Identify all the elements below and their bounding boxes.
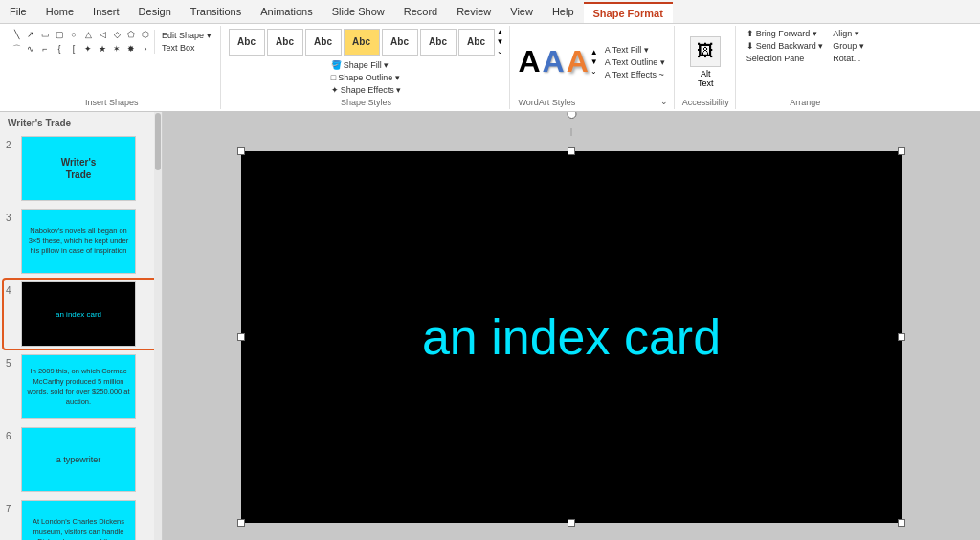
shape-outline-btn[interactable]: □ Shape Outline ▾ (328, 72, 404, 83)
slide-panel-title: Writer's Trade (4, 116, 158, 130)
rotate-handle[interactable] (567, 112, 576, 119)
accessibility-label: Accessibility (682, 96, 729, 107)
tab-view[interactable]: View (501, 2, 543, 23)
freeform-icon[interactable]: ⌒ (10, 42, 23, 56)
round-rect-icon[interactable]: ▢ (53, 28, 66, 41)
handle-top-left[interactable] (237, 147, 245, 155)
tab-record[interactable]: Record (394, 2, 447, 23)
lshape-icon[interactable]: ⌐ (38, 42, 52, 56)
handle-top-mid[interactable] (568, 147, 575, 155)
shape-style-1[interactable]: Abc (229, 29, 265, 56)
tab-help[interactable]: Help (543, 2, 584, 23)
handle-bottom-left[interactable] (237, 519, 245, 527)
handle-mid-right[interactable] (898, 333, 905, 341)
shape-style-4[interactable]: Abc (344, 29, 380, 56)
rotate-btn[interactable]: Rotat... (830, 53, 867, 64)
text-fill-btn[interactable]: A Text Fill ▾ (602, 44, 668, 56)
slide-number-6: 6 (6, 427, 17, 441)
styles-scroll-up[interactable]: ▲ (497, 28, 504, 36)
wordart-a-black[interactable]: A (518, 44, 540, 79)
slide-item-6[interactable]: 6 a typewriter (4, 425, 158, 494)
line-icon[interactable]: ╲ (10, 28, 23, 41)
bracket-icon[interactable]: [ (67, 42, 80, 56)
wordart-scroll-down[interactable]: ▼ (590, 57, 598, 66)
tab-animations[interactable]: Animations (251, 2, 322, 23)
styles-more[interactable]: ⌄ (497, 47, 504, 56)
slide-thumb-4[interactable]: an index card (21, 281, 136, 347)
slide-panel-scrollbar-thumb[interactable] (155, 113, 161, 170)
group-btn[interactable]: Group ▾ (830, 40, 867, 52)
star6-icon[interactable]: ✶ (110, 42, 123, 56)
diamond-icon[interactable]: ◇ (110, 28, 123, 41)
tab-transitions[interactable]: Transitions (181, 2, 251, 23)
slide-canvas[interactable]: an index card (241, 151, 902, 523)
text-effects-icon: A (605, 70, 611, 79)
text-outline-btn[interactable]: A Text Outline ▾ (602, 56, 668, 68)
tab-design[interactable]: Design (129, 2, 181, 23)
slide-item-3[interactable]: 3 Nabokov's novels all began on 3×5 thes… (4, 207, 158, 276)
slide-item-5[interactable]: 5 In 2009 this, on which Cormac McCarthy… (4, 352, 158, 421)
wordart-expand-icon[interactable]: ⌄ (660, 97, 668, 106)
tab-file[interactable]: File (0, 2, 36, 23)
hexagon-icon[interactable]: ⬡ (139, 28, 152, 41)
slide-panel-scrollbar[interactable] (154, 112, 162, 540)
rtriangle-icon[interactable]: ◁ (96, 28, 109, 41)
handle-bottom-right[interactable] (898, 519, 905, 527)
shape-style-5[interactable]: Abc (382, 29, 418, 56)
pentagon-icon[interactable]: ⬠ (124, 28, 138, 41)
oval-icon[interactable]: ○ (67, 28, 80, 41)
tab-slideshow[interactable]: Slide Show (323, 2, 394, 23)
slide-thumb-7[interactable]: At London's Charles Dickens museum, visi… (21, 500, 136, 540)
wordart-a-blue[interactable]: A (543, 44, 565, 79)
star4-icon[interactable]: ✦ (81, 42, 95, 56)
tab-review[interactable]: Review (447, 2, 501, 23)
bring-forward-btn[interactable]: ⬆ Bring Forward ▾ (744, 28, 827, 39)
text-effects-btn[interactable]: A Text Effects ~ (602, 69, 668, 80)
triangle-icon[interactable]: △ (81, 28, 95, 41)
align-btn[interactable]: Align ▾ (830, 28, 867, 39)
accessibility-group: 🖼 Alt Text Accessibility (677, 26, 736, 109)
shape-style-7[interactable]: Abc (458, 29, 495, 56)
rotate-handle-area (571, 128, 572, 136)
slide-number-2: 2 (6, 136, 17, 150)
slide-thumb-3[interactable]: Nabokov's novels all began on 3×5 these,… (21, 209, 136, 274)
arrange-group: ⬆ Bring Forward ▾ ⬇ Send Backward ▾ Sele… (738, 26, 873, 109)
text-box-btn[interactable]: Text Box (159, 42, 214, 54)
wordart-a-orange[interactable]: A (567, 44, 589, 79)
slide-thumb-6[interactable]: a typewriter (21, 427, 136, 492)
styles-scroll-down[interactable]: ▼ (497, 37, 504, 46)
arrow-icon[interactable]: ↗ (24, 28, 37, 41)
shape-style-2[interactable]: Abc (267, 29, 303, 56)
shape-style-3[interactable]: Abc (305, 29, 342, 56)
alt-text-label[interactable]: Alt Text (698, 69, 714, 88)
rect-icon[interactable]: ▭ (38, 28, 52, 41)
text-fill-icon: A (605, 45, 611, 55)
tab-insert[interactable]: Insert (83, 2, 129, 23)
starburst-icon[interactable]: ✸ (124, 42, 138, 56)
handle-top-right[interactable] (898, 147, 905, 155)
handle-bottom-mid[interactable] (568, 519, 575, 527)
slide-thumb-2[interactable]: Writer'sTrade (21, 136, 136, 201)
send-backward-btn[interactable]: ⬇ Send Backward ▾ (744, 40, 827, 52)
alt-text-icon[interactable]: 🖼 (690, 36, 721, 67)
edit-shape-btn[interactable]: Edit Shape ▾ (159, 30, 214, 41)
handle-mid-left[interactable] (237, 333, 245, 341)
text-outline-icon: A (605, 57, 611, 67)
effects-icon: ✦ (331, 85, 339, 95)
slide-item-2[interactable]: 2 Writer'sTrade (4, 134, 158, 203)
wordart-more[interactable]: ⌄ (590, 67, 598, 76)
shape-effects-btn[interactable]: ✦ Shape Effects ▾ (328, 84, 404, 96)
slide-item-7[interactable]: 7 At London's Charles Dickens museum, vi… (4, 498, 158, 540)
wordart-scroll-up[interactable]: ▲ (590, 48, 598, 56)
brace-icon[interactable]: { (53, 42, 66, 56)
tab-shape-format[interactable]: Shape Format (584, 2, 673, 23)
curve-icon[interactable]: ∿ (24, 42, 37, 56)
slide-item-4[interactable]: 4 an index card (4, 280, 158, 349)
slide-thumb-5[interactable]: In 2009 this, on which Cormac McCarthy p… (21, 354, 136, 419)
shape-fill-btn[interactable]: 🪣 Shape Fill ▾ (328, 59, 404, 71)
selection-pane-btn[interactable]: Selection Pane (744, 53, 827, 64)
chevron-right-icon[interactable]: › (139, 42, 152, 56)
tab-home[interactable]: Home (36, 2, 83, 23)
shape-style-6[interactable]: Abc (420, 29, 457, 56)
star5-icon[interactable]: ★ (96, 42, 109, 56)
